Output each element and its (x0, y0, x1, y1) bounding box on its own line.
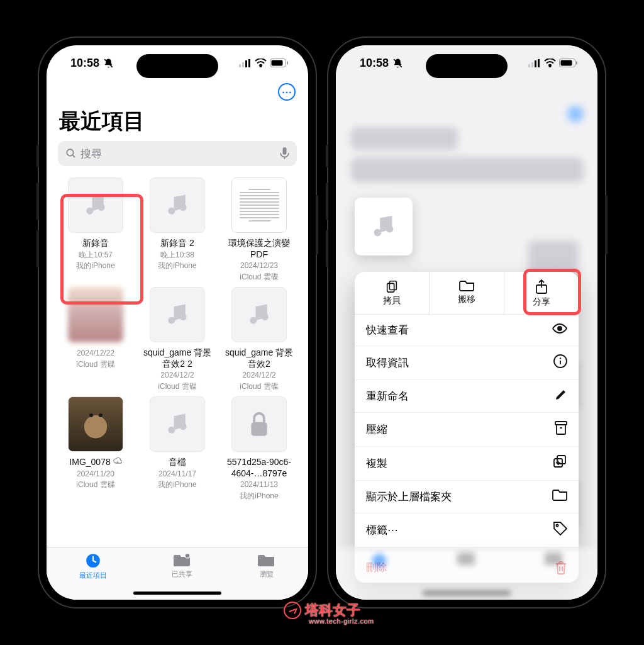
svg-point-5 (260, 66, 262, 67)
tab-bar: 最近項目 已共享 瀏覽 (47, 547, 308, 600)
svg-rect-54 (545, 552, 562, 565)
svg-rect-34 (576, 62, 577, 65)
svg-rect-28 (531, 62, 533, 67)
context-action-share[interactable]: 分享 (504, 272, 579, 314)
music-file-icon (150, 396, 205, 452)
phone-right: 10:58 拷貝 (328, 38, 605, 607)
svg-point-35 (374, 229, 382, 237)
svg-rect-29 (535, 60, 536, 67)
folder-icon (258, 552, 275, 568)
tab-browse[interactable]: 瀏覽 (258, 552, 275, 579)
share-icon (535, 279, 548, 294)
file-tile[interactable]: 音檔2024/11/17我的iPhone (138, 396, 216, 501)
locked-file-icon (231, 396, 287, 452)
svg-rect-45 (557, 425, 565, 434)
wifi-icon (544, 59, 556, 67)
file-location: 我的iPhone (158, 480, 196, 490)
folder-icon (552, 489, 567, 505)
svg-rect-1 (239, 64, 241, 67)
svg-point-13 (86, 208, 93, 215)
svg-point-43 (560, 357, 561, 359)
phone-left: 10:58 ⋯ 最近項目 搜尋 新錄音晚上1 (39, 38, 316, 607)
file-location: iCloud 雲碟 (158, 382, 196, 392)
svg-rect-23 (251, 422, 267, 436)
silent-icon (103, 58, 114, 69)
context-row[interactable]: 顯示於上層檔案夾 (355, 481, 579, 513)
mic-icon[interactable] (280, 147, 289, 160)
context-row[interactable]: 壓縮 (355, 413, 579, 447)
svg-rect-11 (283, 147, 287, 155)
context-row-label: 快速查看 (366, 323, 409, 337)
context-row[interactable]: 標籤⋯ (355, 513, 579, 547)
tab-bar-blurred (336, 547, 597, 600)
home-indicator[interactable] (133, 592, 221, 595)
status-time: 10:58 (360, 57, 389, 70)
file-tile[interactable]: squid_game 背景音效22024/12/2iCloud 雲碟 (220, 287, 298, 391)
file-tile[interactable]: 新錄音晚上10:57我的iPhone (57, 177, 135, 282)
context-row[interactable]: 取得資訊 (355, 346, 579, 380)
svg-rect-2 (242, 62, 244, 67)
file-meta: 2024/11/13 (240, 480, 278, 490)
music-file-icon (150, 287, 205, 342)
duplicate-icon (553, 455, 567, 472)
svg-rect-37 (389, 281, 396, 290)
blurred-thumb (68, 287, 123, 342)
dynamic-island (136, 54, 218, 78)
svg-point-9 (67, 149, 74, 156)
file-tile[interactable]: 2024/12/22iCloud 雲碟 (57, 287, 135, 391)
context-row-label: 複製 (366, 456, 387, 471)
more-options-button[interactable]: ⋯ (278, 83, 296, 101)
file-name: IMG_0078 (69, 457, 121, 468)
context-preview-thumb[interactable] (355, 198, 413, 255)
clock-icon (85, 552, 101, 569)
file-meta: 2024/11/17 (158, 469, 196, 480)
context-row-label: 取得資訊 (366, 356, 409, 370)
watermark-url: www.tech-girlz.com (309, 617, 374, 625)
status-time: 10:58 (70, 57, 99, 70)
file-location: iCloud 雲碟 (76, 480, 114, 490)
svg-rect-53 (457, 552, 475, 565)
svg-point-18 (180, 313, 187, 320)
screen-context-menu: 10:58 拷貝 (336, 45, 597, 600)
file-meta: 2024/12/22 (77, 349, 114, 359)
context-action-copy[interactable]: 拷貝 (355, 272, 429, 314)
tag-icon (553, 522, 567, 539)
svg-point-52 (372, 554, 386, 568)
tab-shared[interactable]: 已共享 (172, 552, 192, 579)
svg-point-15 (168, 208, 175, 215)
file-location: iCloud 雲碟 (76, 360, 114, 370)
file-tile[interactable]: 5571d25a-90c6-4604-…8797e2024/11/13我的iPh… (220, 396, 298, 501)
battery-icon (270, 59, 288, 67)
cellular-icon (239, 59, 252, 67)
svg-rect-27 (528, 64, 530, 67)
file-tile[interactable]: 環境保護之演變PDF2024/12/23iCloud 雲碟 (220, 177, 298, 282)
context-action-move[interactable]: 搬移 (429, 272, 504, 314)
file-tile[interactable]: squid_game 背景音效2 22024/12/2iCloud 雲碟 (138, 287, 216, 391)
file-location: 我的iPhone (158, 261, 196, 271)
svg-point-40 (558, 327, 562, 330)
context-row[interactable]: 複製 (355, 447, 579, 481)
context-row[interactable]: 重新命名 (355, 380, 579, 413)
battery-icon (559, 59, 577, 67)
search-input[interactable]: 搜尋 (58, 141, 297, 166)
file-meta: 2024/12/2 (160, 371, 194, 381)
context-row-label: 壓縮 (366, 422, 387, 437)
svg-rect-7 (272, 60, 283, 66)
file-location: 我的iPhone (76, 261, 114, 271)
svg-point-25 (185, 553, 190, 558)
cellular-icon (528, 59, 541, 67)
info-icon (553, 354, 567, 371)
tab-recents[interactable]: 最近項目 (79, 552, 107, 580)
file-meta: 2024/12/2 (242, 371, 275, 381)
context-row[interactable]: 快速查看 (355, 315, 579, 346)
svg-rect-3 (245, 60, 247, 67)
file-tile[interactable]: 新錄音 2晚上10:38我的iPhone (138, 177, 216, 282)
file-name: squid_game 背景音效2 (221, 347, 297, 369)
svg-line-10 (72, 155, 75, 157)
wifi-icon (255, 59, 267, 67)
file-tile[interactable]: IMG_0078 2024/11/20iCloud 雲碟 (57, 396, 135, 501)
svg-point-16 (180, 204, 187, 211)
svg-point-20 (262, 313, 269, 320)
svg-rect-4 (248, 59, 250, 67)
folder-person-icon (174, 552, 191, 568)
